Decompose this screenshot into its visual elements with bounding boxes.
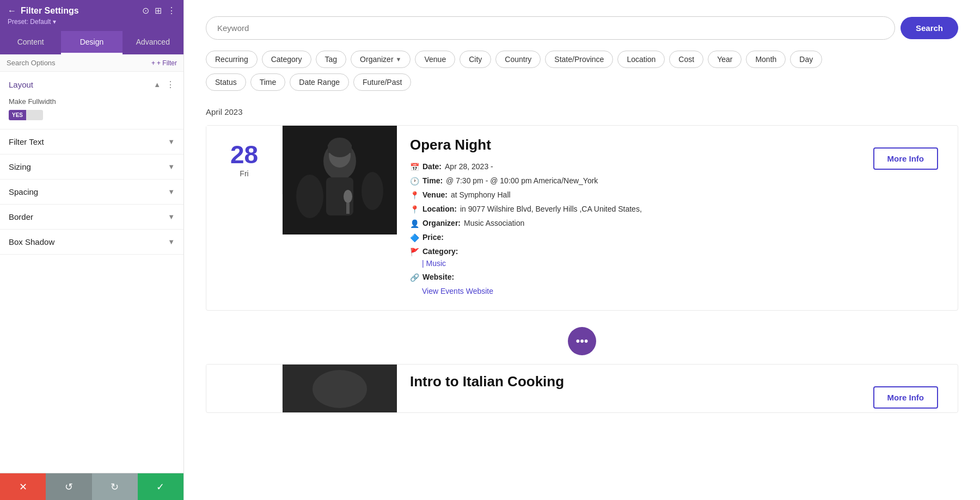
- search-button[interactable]: Search: [901, 17, 958, 39]
- filter-tag-future-past[interactable]: Future/Past: [353, 73, 411, 91]
- category-music-link[interactable]: | Music: [422, 258, 446, 269]
- section-more-icon[interactable]: ⋮: [166, 79, 175, 90]
- second-event-title: Intro to Italian Cooking: [410, 373, 860, 390]
- sidebar: ← Filter Settings ⊙ ⊞ ⋮ Preset: Default …: [0, 0, 184, 500]
- redo-button[interactable]: ↻: [92, 473, 138, 500]
- event-category-value-row: | Music: [410, 258, 860, 269]
- event-website-link-row: View Events Website: [410, 286, 860, 297]
- section-sizing-header[interactable]: Sizing ▼: [0, 155, 183, 179]
- venue-label: Venue:: [422, 189, 448, 201]
- chevron-down-icon-1: ▼: [168, 138, 175, 146]
- event-title: Opera Night: [410, 137, 860, 153]
- filter-tag-year[interactable]: Year: [708, 51, 742, 68]
- filter-tag-day[interactable]: Day: [790, 51, 822, 68]
- more-info-button[interactable]: More Info: [873, 147, 939, 170]
- section-box-shadow-header[interactable]: Box Shadow ▼: [0, 230, 183, 254]
- undo-icon: ↺: [65, 481, 73, 493]
- undo-button[interactable]: ↺: [46, 473, 91, 500]
- event-date-box-2: [206, 365, 283, 408]
- sidebar-preset[interactable]: Preset: Default ▾: [8, 18, 176, 31]
- sidebar-title-row: ← Filter Settings ⊙ ⊞ ⋮: [8, 5, 176, 16]
- keyword-input[interactable]: [206, 16, 895, 40]
- event-date-day: Fri: [240, 169, 248, 178]
- section-layout: Layout ▲ ⋮ Make Fullwidth YES: [0, 72, 183, 129]
- event-time-row: 🕐 Time: @ 7:30 pm - @ 10:00 pm America/N…: [410, 175, 860, 187]
- time-label: Time:: [422, 175, 443, 187]
- event-details-2: Intro to Italian Cooking: [397, 365, 873, 413]
- sidebar-bottom-toolbar: ✕ ↺ ↻ ✓: [0, 473, 183, 500]
- section-spacing-header[interactable]: Spacing ▼: [0, 180, 183, 204]
- discard-button[interactable]: ✕: [0, 473, 46, 500]
- fab-button[interactable]: •••: [568, 327, 596, 355]
- svg-point-11: [313, 370, 367, 408]
- back-icon[interactable]: ←: [8, 6, 16, 16]
- event-date-row: 📅 Date: Apr 28, 2023 -: [410, 161, 860, 173]
- price-label: Price:: [422, 232, 444, 243]
- category-label: Category:: [422, 246, 458, 257]
- sidebar-header: ← Filter Settings ⊙ ⊞ ⋮ Preset: Default …: [0, 0, 183, 31]
- location-pin-icon: 📍: [410, 204, 419, 215]
- add-filter-button[interactable]: + + Filter: [151, 59, 177, 67]
- filter-tag-tag[interactable]: Tag: [316, 51, 347, 68]
- sidebar-title-left: ← Filter Settings: [8, 6, 79, 16]
- category-icon: 🚩: [410, 246, 419, 258]
- sidebar-search-row: + + Filter: [0, 54, 183, 72]
- tab-advanced[interactable]: Advanced: [122, 31, 183, 54]
- section-layout-icons: ▲ ⋮: [154, 79, 175, 90]
- svg-rect-5: [346, 203, 350, 214]
- more-info-button-2[interactable]: More Info: [873, 386, 939, 409]
- section-layout-title: Layout: [9, 80, 33, 89]
- filter-tag-date-range[interactable]: Date Range: [290, 73, 349, 91]
- organizer-arrow-icon: ▼: [396, 56, 402, 63]
- filter-tag-city[interactable]: City: [460, 51, 491, 68]
- event-card-inner: Opera Night 📅 Date: Apr 28, 2023 - 🕐 Tim…: [397, 126, 958, 310]
- location-value: in 9077 Wilshire Blvd, Beverly Hills ,CA…: [460, 203, 642, 215]
- section-border-header[interactable]: Border ▼: [0, 205, 183, 229]
- fullwidth-toggle[interactable]: YES: [9, 110, 43, 120]
- event-details: Opera Night 📅 Date: Apr 28, 2023 - 🕐 Tim…: [397, 126, 873, 310]
- calendar-icon: 📅: [410, 162, 419, 173]
- event-website-row: 🔗 Website:: [410, 271, 860, 283]
- filter-tag-recurring[interactable]: Recurring: [206, 51, 258, 68]
- filter-tag-month[interactable]: Month: [746, 51, 786, 68]
- target-icon[interactable]: ⊙: [142, 5, 149, 16]
- section-layout-header[interactable]: Layout ▲ ⋮: [0, 72, 183, 97]
- date-label: Date:: [422, 161, 442, 172]
- event-category-row: 🚩 Category:: [410, 246, 860, 258]
- website-link[interactable]: View Events Website: [422, 286, 493, 297]
- section-box-shadow: Box Shadow ▼: [0, 230, 183, 255]
- more-options-icon[interactable]: ⋮: [167, 5, 176, 16]
- tab-design[interactable]: Design: [61, 31, 122, 54]
- more-info-col: More Info: [873, 126, 958, 310]
- search-options-input[interactable]: [7, 59, 151, 67]
- time-value: @ 7:30 pm - @ 10:00 pm America/New_York: [446, 175, 598, 187]
- filter-tag-status[interactable]: Status: [206, 73, 246, 91]
- filter-tag-country[interactable]: Country: [495, 51, 541, 68]
- event-image-2: [283, 365, 397, 413]
- website-icon: 🔗: [410, 272, 419, 283]
- filter-tag-state-province[interactable]: State/Province: [545, 51, 613, 68]
- event-venue-row: 📍 Venue: at Symphony Hall: [410, 189, 860, 201]
- filter-tag-organizer[interactable]: Organizer▼: [351, 51, 411, 68]
- filter-tag-time[interactable]: Time: [250, 73, 286, 91]
- sidebar-title: Filter Settings: [21, 6, 79, 16]
- filter-tag-cost[interactable]: Cost: [669, 51, 703, 68]
- grid-icon[interactable]: ⊞: [155, 5, 162, 16]
- organizer-value: Music Association: [464, 218, 524, 229]
- section-filter-text: Filter Text ▼: [0, 129, 183, 155]
- sidebar-tabs: Content Design Advanced: [0, 31, 183, 54]
- filter-tags-row2: Status Time Date Range Future/Past: [206, 73, 958, 91]
- sidebar-body: Layout ▲ ⋮ Make Fullwidth YES Fil: [0, 72, 183, 473]
- save-button[interactable]: ✓: [138, 473, 183, 500]
- section-border: Border ▼: [0, 205, 183, 230]
- section-filter-text-header[interactable]: Filter Text ▼: [0, 129, 183, 154]
- filter-tag-location[interactable]: Location: [617, 51, 665, 68]
- website-label: Website:: [422, 271, 454, 283]
- save-icon: ✓: [156, 481, 164, 493]
- filter-tag-category[interactable]: Category: [262, 51, 311, 68]
- filter-tag-venue[interactable]: Venue: [415, 51, 455, 68]
- layout-content: Make Fullwidth YES: [0, 97, 183, 129]
- organizer-icon: 👤: [410, 218, 419, 230]
- plus-icon: +: [151, 59, 155, 67]
- tab-content[interactable]: Content: [0, 31, 61, 54]
